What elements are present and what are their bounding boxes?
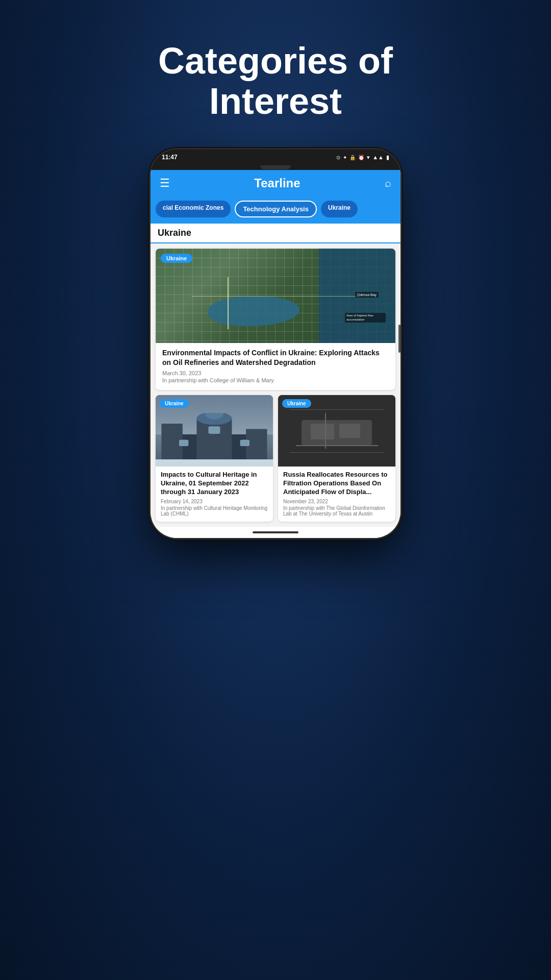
signal-icon: ▲▲ [372, 154, 384, 160]
cards-row: Ukraine Impacts to Cultural Heritage in … [156, 395, 395, 522]
phone-bottom-bar [151, 527, 400, 538]
chip-technology-analysis[interactable]: Technology Analysis [235, 201, 317, 217]
article-card-2[interactable]: Ukraine Impacts to Cultural Heritage in … [156, 395, 273, 522]
camera-area [151, 165, 400, 170]
article-card-1[interactable]: Odessa Bay lines of highest flow accumul… [156, 249, 395, 389]
article-1-content: Environmental Impacts of Conflict in Ukr… [156, 343, 395, 389]
article-3-image: Ukraine [278, 395, 395, 467]
map-label-flow: lines of highest flow accumulation [345, 313, 386, 322]
article-3-partner: In partnership with The Global Disinform… [283, 505, 390, 517]
menu-button[interactable]: ☰ [160, 178, 170, 189]
wifi-icon: ▾ [367, 154, 370, 161]
article-2-badge: Ukraine [160, 399, 189, 408]
app-header: ☰ Tearline ⌕ [151, 170, 400, 197]
article-2-content: Impacts to Cultural Heritage in Ukraine,… [156, 467, 273, 522]
title-line1: Categories of [158, 40, 393, 81]
article-2-title: Impacts to Cultural Heritage in Ukraine,… [161, 471, 268, 497]
status-time: 11:47 [162, 154, 178, 161]
svg-rect-8 [209, 426, 220, 434]
article-3-badge: Ukraine [282, 399, 311, 408]
page-title: Categories of Interest [158, 41, 393, 121]
content-area: Odessa Bay lines of highest flow accumul… [151, 243, 400, 527]
article-1-image: Odessa Bay lines of highest flow accumul… [156, 249, 395, 343]
article-2-date: February 14, 2023 [161, 499, 268, 504]
scroll-indicator [398, 325, 400, 353]
lock-icon: 🔒 [349, 155, 356, 160]
section-header: Ukraine [151, 224, 400, 243]
chip-ukraine[interactable]: Ukraine [321, 201, 358, 217]
article-1-partner: In partnership with College of William &… [162, 377, 389, 383]
alarm-icon: ⏰ [358, 155, 364, 160]
status-icons: ⊙ ✦ 🔒 ⏰ ▾ ▲▲ ▮ [336, 154, 389, 161]
home-indicator [253, 531, 298, 533]
phone-screen: ☰ Tearline ⌕ cial Economic Zones Technol… [151, 170, 400, 538]
chip-economic-zones[interactable]: cial Economic Zones [156, 201, 231, 217]
svg-rect-7 [240, 439, 249, 446]
article-3-content: Russia Reallocates Resources to Filtrati… [278, 467, 395, 522]
svg-rect-6 [179, 439, 188, 446]
article-2-partner: In partnership with Cultural Heritage Mo… [161, 505, 268, 517]
article-3-title: Russia Reallocates Resources to Filtrati… [283, 471, 390, 497]
article-2-image: Ukraine [156, 395, 273, 467]
article-3-date: November 23, 2022 [283, 499, 390, 504]
search-button[interactable]: ⌕ [385, 177, 391, 190]
article-1-title: Environmental Impacts of Conflict in Ukr… [162, 348, 389, 366]
battery-icon: ▮ [386, 154, 389, 161]
brightness-icon: ✦ [343, 155, 347, 160]
category-chips: cial Economic Zones Technology Analysis … [151, 197, 400, 224]
location-icon: ⊙ [336, 155, 340, 160]
map-label-odessa: Odessa Bay [355, 292, 379, 298]
app-title: Tearline [254, 176, 300, 190]
title-line2: Interest [209, 81, 342, 121]
article-card-3[interactable]: Ukraine Russia Reallocates Resources to … [278, 395, 395, 522]
status-bar: 11:47 ⊙ ✦ 🔒 ⏰ ▾ ▲▲ ▮ [151, 150, 400, 165]
article-1-badge: Ukraine [161, 254, 192, 263]
article-1-date: March 30, 2023 [162, 370, 389, 376]
phone-device: 11:47 ⊙ ✦ 🔒 ⏰ ▾ ▲▲ ▮ ☰ Tearline ⌕ cial E… [151, 150, 400, 538]
